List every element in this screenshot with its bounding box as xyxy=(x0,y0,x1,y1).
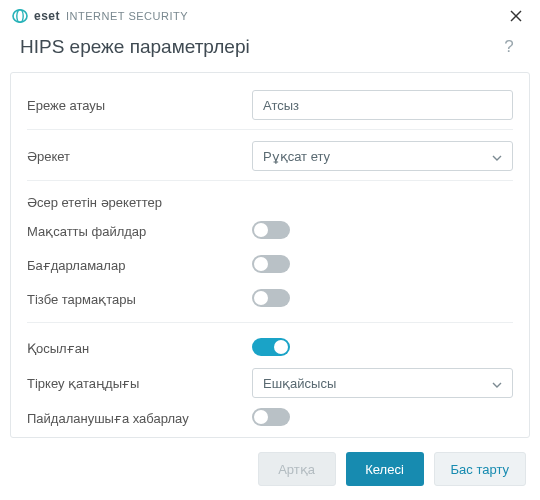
log-severity-label: Тіркеу қатаңдығы xyxy=(27,376,252,391)
svg-point-1 xyxy=(17,10,23,22)
applications-label: Бағдарламалар xyxy=(27,258,252,273)
row-applications: Бағдарламалар xyxy=(27,248,513,282)
row-log-severity: Тіркеу қатаңдығы Ешқайсысы xyxy=(27,365,513,401)
divider xyxy=(27,180,513,181)
target-files-label: Мақсатты файлдар xyxy=(27,224,252,239)
registry-toggle[interactable] xyxy=(252,289,290,307)
help-icon: ? xyxy=(504,37,513,57)
row-enabled: Қосылған xyxy=(27,331,513,365)
row-registry: Тізбе тармақтары xyxy=(27,282,513,316)
log-severity-select[interactable]: Ешқайсысы xyxy=(252,368,513,398)
row-notify-user: Пайдаланушыға хабарлау xyxy=(27,401,513,435)
content-panel: Ереже атауы Әрекет Рұқсат ету Әсер ететі… xyxy=(10,72,530,438)
notify-user-toggle[interactable] xyxy=(252,408,290,426)
divider xyxy=(27,129,513,130)
dialog-window: eset INTERNET SECURITY HIPS ереже параме… xyxy=(0,0,540,500)
cancel-button[interactable]: Бас тарту xyxy=(434,452,526,486)
applications-toggle[interactable] xyxy=(252,255,290,273)
operations-header: Әсер ететін әрекеттер xyxy=(27,189,513,214)
brand: eset INTERNET SECURITY xyxy=(12,8,188,24)
page-title: HIPS ереже параметрлері xyxy=(20,36,250,58)
registry-label: Тізбе тармақтары xyxy=(27,292,252,307)
eset-logo-icon xyxy=(12,8,28,24)
action-select[interactable]: Рұқсат ету xyxy=(252,141,513,171)
chevron-down-icon xyxy=(492,149,502,164)
back-button: Артқа xyxy=(258,452,336,486)
next-button[interactable]: Келесі xyxy=(346,452,424,486)
brand-eset: eset xyxy=(34,9,60,23)
log-severity-value: Ешқайсысы xyxy=(263,376,336,391)
header: HIPS ереже параметрлері ? xyxy=(0,30,540,72)
target-files-toggle[interactable] xyxy=(252,221,290,239)
close-icon xyxy=(510,10,522,22)
enabled-label: Қосылған xyxy=(27,341,252,356)
row-target-files: Мақсатты файлдар xyxy=(27,214,513,248)
brand-product: INTERNET SECURITY xyxy=(66,10,188,22)
notify-user-label: Пайдаланушыға хабарлау xyxy=(27,411,252,426)
row-rule-name: Ереже атауы xyxy=(27,87,513,123)
help-button[interactable]: ? xyxy=(498,36,520,58)
chevron-down-icon xyxy=(492,376,502,391)
svg-point-0 xyxy=(13,10,27,22)
enabled-toggle[interactable] xyxy=(252,338,290,356)
divider xyxy=(27,322,513,323)
titlebar: eset INTERNET SECURITY xyxy=(0,0,540,30)
row-action: Әрекет Рұқсат ету xyxy=(27,138,513,174)
rule-name-input[interactable] xyxy=(252,90,513,120)
footer: Артқа Келесі Бас тарту xyxy=(0,438,540,500)
close-button[interactable] xyxy=(504,4,528,28)
action-select-value: Рұқсат ету xyxy=(263,149,330,164)
rule-name-label: Ереже атауы xyxy=(27,98,252,113)
action-label: Әрекет xyxy=(27,149,252,164)
